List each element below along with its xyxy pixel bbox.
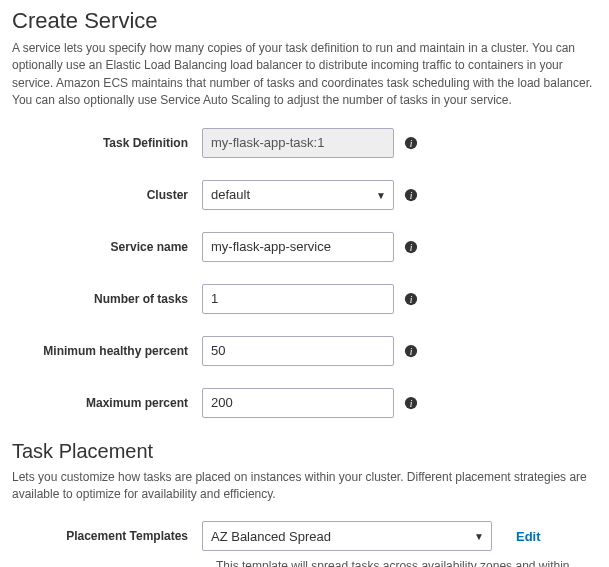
page-title: Create Service xyxy=(12,8,597,34)
info-icon[interactable]: i xyxy=(404,188,418,202)
info-icon[interactable]: i xyxy=(404,136,418,150)
info-icon[interactable]: i xyxy=(404,396,418,410)
info-icon[interactable]: i xyxy=(404,292,418,306)
min-healthy-label: Minimum healthy percent xyxy=(12,344,202,358)
placement-templates-select[interactable]: AZ Balanced Spread xyxy=(202,521,492,551)
service-name-field[interactable] xyxy=(202,232,394,262)
info-icon[interactable]: i xyxy=(404,344,418,358)
svg-text:i: i xyxy=(410,241,413,252)
placement-help-text: This template will spread tasks across a… xyxy=(216,557,576,567)
cluster-select[interactable]: default xyxy=(202,180,394,210)
number-of-tasks-field[interactable] xyxy=(202,284,394,314)
task-placement-title: Task Placement xyxy=(12,440,597,463)
number-of-tasks-label: Number of tasks xyxy=(12,292,202,306)
svg-text:i: i xyxy=(410,397,413,408)
service-name-label: Service name xyxy=(12,240,202,254)
svg-text:i: i xyxy=(410,345,413,356)
page-description: A service lets you specify how many copi… xyxy=(12,40,597,110)
task-definition-label: Task Definition xyxy=(12,136,202,150)
svg-text:i: i xyxy=(410,189,413,200)
max-percent-field[interactable] xyxy=(202,388,394,418)
task-definition-field xyxy=(202,128,394,158)
svg-text:i: i xyxy=(410,293,413,304)
cluster-label: Cluster xyxy=(12,188,202,202)
svg-text:i: i xyxy=(410,137,413,148)
placement-templates-label: Placement Templates xyxy=(12,529,202,543)
task-placement-description: Lets you customize how tasks are placed … xyxy=(12,469,597,504)
edit-link[interactable]: Edit xyxy=(516,529,541,544)
max-percent-label: Maximum percent xyxy=(12,396,202,410)
min-healthy-field[interactable] xyxy=(202,336,394,366)
info-icon[interactable]: i xyxy=(404,240,418,254)
